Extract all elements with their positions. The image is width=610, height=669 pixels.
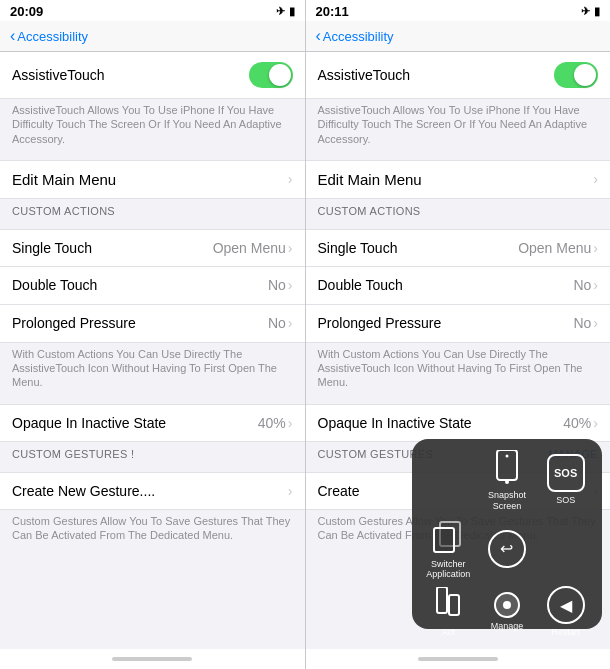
left-back-label: Accessibility bbox=[17, 29, 88, 44]
popup-rect-front bbox=[433, 527, 455, 553]
right-assistive-toggle[interactable] bbox=[554, 62, 598, 88]
right-time: 20:11 bbox=[316, 4, 349, 19]
right-status-icons: ✈ ▮ bbox=[581, 5, 600, 18]
left-home-indicator bbox=[0, 649, 305, 669]
left-assistive-touch-row[interactable]: AssistiveTouch bbox=[0, 52, 305, 99]
left-double-touch-value: No › bbox=[268, 277, 293, 293]
right-prolonged-row[interactable]: Prolonged Pressure No › bbox=[306, 305, 611, 343]
right-create-gesture-label: Create bbox=[318, 483, 360, 499]
left-double-touch-row[interactable]: Double Touch No › bbox=[0, 267, 305, 305]
left-create-gesture-label: Create New Gesture.... bbox=[12, 483, 155, 499]
left-single-touch-chevron: › bbox=[288, 240, 293, 256]
left-prolonged-row[interactable]: Prolonged Pressure No › bbox=[0, 305, 305, 343]
popup-screenshot-icon bbox=[488, 449, 526, 487]
popup-empty-top-left bbox=[422, 449, 475, 512]
left-opaque-value: 40% › bbox=[258, 415, 293, 431]
right-nav-bar: ‹ Accessibility bbox=[306, 21, 611, 52]
right-status-bar: 20:11 ✈ ▮ bbox=[306, 0, 611, 21]
left-prolonged-label: Prolonged Pressure bbox=[12, 315, 136, 331]
right-plane-icon: ✈ bbox=[581, 5, 590, 18]
left-create-gesture-chevron: › bbox=[288, 483, 293, 499]
left-edit-main-menu-chevron: › bbox=[288, 171, 293, 187]
right-back-label: Accessibility bbox=[323, 29, 394, 44]
left-double-touch-label: Double Touch bbox=[12, 277, 97, 293]
right-double-touch-value: No › bbox=[573, 277, 598, 293]
left-home-bar bbox=[112, 657, 192, 661]
left-toggle-container[interactable] bbox=[249, 62, 293, 88]
left-custom-actions-header: CUSTOM ACTIONS bbox=[0, 199, 305, 221]
left-custom-gestures-header: CUSTOM GESTURES ! bbox=[12, 448, 134, 460]
right-opaque-chevron: › bbox=[593, 415, 598, 431]
left-create-gesture-row[interactable]: Create New Gesture.... › bbox=[0, 472, 305, 510]
right-assistive-touch-row[interactable]: AssistiveTouch bbox=[306, 52, 611, 99]
left-plane-icon: ✈ bbox=[276, 5, 285, 18]
right-phone-panel: 20:11 ✈ ▮ ‹ Accessibility AssistiveTouch… bbox=[305, 0, 611, 669]
left-single-touch-row[interactable]: Single Touch Open Menu › bbox=[0, 229, 305, 267]
left-settings-content: AssistiveTouch AssistiveTouch Allows You… bbox=[0, 52, 305, 649]
left-nav-bar: ‹ Accessibility bbox=[0, 21, 305, 52]
right-single-touch-chevron: › bbox=[593, 240, 598, 256]
right-assistive-desc-text: AssistiveTouch Allows You To Use iPhone … bbox=[318, 104, 588, 145]
right-toggle-container[interactable] bbox=[554, 62, 598, 88]
left-double-touch-chevron: › bbox=[288, 277, 293, 293]
left-back-arrow: ‹ bbox=[10, 27, 15, 45]
left-custom-gestures-section: CUSTOM GESTURES ! bbox=[0, 442, 305, 464]
right-prolonged-chevron: › bbox=[593, 315, 598, 331]
popup-switcher-icon bbox=[429, 518, 467, 556]
right-double-touch-row[interactable]: Double Touch No › bbox=[306, 267, 611, 305]
popup-restart-label: Restart bbox=[551, 627, 580, 638]
popup-switcher-rects bbox=[433, 521, 463, 553]
left-status-bar: 20:09 ✈ ▮ bbox=[0, 0, 305, 21]
popup-back-item[interactable]: ↩ bbox=[481, 518, 534, 581]
right-single-touch-value: Open Menu › bbox=[518, 240, 598, 256]
popup-act-icon bbox=[429, 586, 467, 624]
popup-act-item[interactable]: Act bbox=[422, 586, 475, 638]
left-back-button[interactable]: ‹ Accessibility bbox=[10, 27, 88, 45]
left-toggle-knob bbox=[269, 64, 291, 86]
popup-restart-item[interactable]: ◀ Restart bbox=[539, 586, 592, 638]
left-assistive-toggle[interactable] bbox=[249, 62, 293, 88]
right-toggle-knob bbox=[574, 64, 596, 86]
left-prolonged-chevron: › bbox=[288, 315, 293, 331]
left-edit-main-menu-row[interactable]: Edit Main Menu › bbox=[0, 160, 305, 199]
popup-screenshot-label: SnapshotScreen bbox=[488, 490, 526, 512]
left-opaque-row[interactable]: Opaque In Inactive State 40% › bbox=[0, 404, 305, 442]
right-actions-description: With Custom Actions You Can Use Directly… bbox=[306, 343, 611, 396]
left-single-touch-value: Open Menu › bbox=[213, 240, 293, 256]
left-prolonged-value: No › bbox=[268, 315, 293, 331]
right-opaque-value: 40% › bbox=[563, 415, 598, 431]
popup-sos-item[interactable]: SOS SOS bbox=[539, 449, 592, 512]
svg-point-1 bbox=[505, 480, 509, 484]
right-opaque-label: Opaque In Inactive State bbox=[318, 415, 472, 431]
right-back-button[interactable]: ‹ Accessibility bbox=[316, 27, 394, 45]
right-opaque-row[interactable]: Opaque In Inactive State 40% › bbox=[306, 404, 611, 442]
popup-screenshot-item[interactable]: SnapshotScreen bbox=[481, 449, 534, 512]
right-home-indicator bbox=[306, 649, 611, 669]
popup-act-label: Act bbox=[442, 627, 455, 638]
assistive-touch-popup[interactable]: SnapshotScreen SOS SOS SwitcherApplicati… bbox=[412, 439, 602, 629]
right-edit-main-menu-row[interactable]: Edit Main Menu › bbox=[306, 160, 611, 199]
left-phone-panel: 20:09 ✈ ▮ ‹ Accessibility AssistiveTouch… bbox=[0, 0, 305, 669]
right-actions-desc-text: With Custom Actions You Can Use Directly… bbox=[318, 348, 583, 389]
act-svg bbox=[434, 587, 462, 623]
right-single-touch-row[interactable]: Single Touch Open Menu › bbox=[306, 229, 611, 267]
right-prolonged-label: Prolonged Pressure bbox=[318, 315, 442, 331]
svg-rect-3 bbox=[437, 587, 447, 613]
left-single-touch-label: Single Touch bbox=[12, 240, 92, 256]
right-double-touch-label: Double Touch bbox=[318, 277, 403, 293]
right-battery-icon: ▮ bbox=[594, 5, 600, 18]
left-gestures-description: Custom Gestures Allow You To Save Gestur… bbox=[0, 510, 305, 549]
popup-switcher-item[interactable]: SwitcherApplication bbox=[422, 518, 475, 581]
left-assistive-desc-text: AssistiveTouch Allows You To Use iPhone … bbox=[12, 104, 282, 145]
popup-inner-dot bbox=[503, 601, 511, 609]
popup-empty-mid-right bbox=[539, 518, 592, 581]
left-actions-description: With Custom Actions You Can Use Directly… bbox=[0, 343, 305, 396]
right-double-touch-chevron: › bbox=[593, 277, 598, 293]
popup-switcher-label: SwitcherApplication bbox=[426, 559, 470, 581]
right-custom-actions-header: CUSTOM ACTIONS bbox=[306, 199, 611, 221]
popup-sos-icon: SOS bbox=[547, 454, 585, 492]
right-back-arrow: ‹ bbox=[316, 27, 321, 45]
popup-manage-label: Manage bbox=[491, 621, 524, 632]
right-edit-main-menu-chevron: › bbox=[593, 171, 598, 187]
popup-manage-item[interactable]: Manage bbox=[481, 586, 534, 638]
